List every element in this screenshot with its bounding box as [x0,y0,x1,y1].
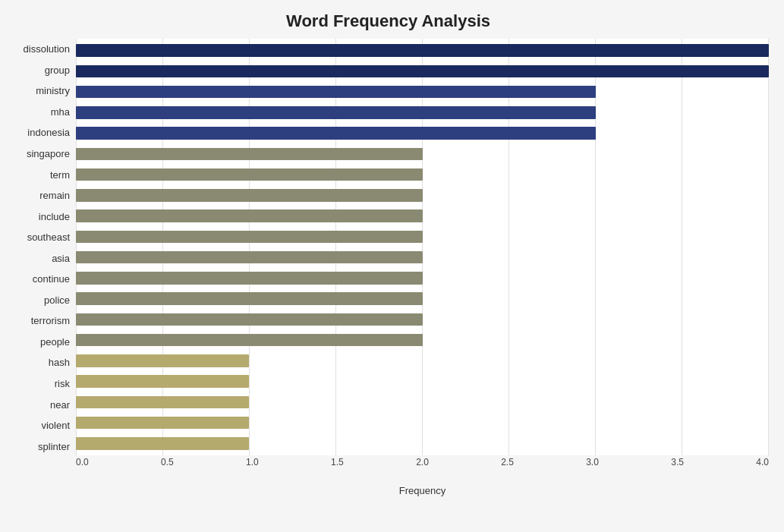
bar-row [76,40,769,61]
bar [76,148,423,160]
bar [76,272,423,284]
bar [76,375,249,387]
bar-row [76,433,769,454]
y-axis-label: singapore [27,149,70,159]
bar [76,396,249,408]
y-axis-label: terrorism [31,316,70,326]
bar [76,189,423,201]
bar [76,127,596,139]
chart-area: dissolutiongroupministrymhaindonesiasing… [8,39,769,480]
x-ticks: 0.00.51.01.52.02.53.03.54.0 [76,457,769,480]
y-axis-label: police [44,295,70,305]
y-axis-label: violent [41,420,70,430]
y-axis-label: continue [33,274,70,284]
y-axis: dissolutiongroupministrymhaindonesiasing… [8,39,76,480]
bar [76,65,769,77]
y-axis-label: ministry [36,86,70,96]
y-axis-label: include [39,212,70,222]
y-axis-label: risk [55,379,70,389]
bar-row [76,288,769,309]
x-tick: 0.5 [161,457,174,480]
y-axis-label: indonesia [27,127,70,137]
bar [76,231,423,243]
bars-container [76,39,769,455]
y-axis-label: dissolution [24,44,70,54]
bar [76,251,423,263]
bar-row [76,61,769,81]
plot-area: 0.00.51.01.52.02.53.03.54.0 Frequency [76,39,769,480]
y-axis-label: asia [52,253,70,263]
bar-row [76,123,769,143]
bar-row [76,413,769,433]
bar-row [76,165,769,185]
y-axis-label: group [45,65,70,75]
bar-row [76,371,769,392]
bar-row [76,392,769,412]
bar-row [76,351,769,371]
bar-row [76,185,769,206]
x-tick: 2.0 [416,457,429,480]
x-tick: 1.0 [246,457,259,480]
x-tick: 2.5 [501,457,514,480]
bar-row [76,102,769,123]
x-tick: 0.0 [76,457,89,480]
y-axis-label: mha [51,107,70,117]
bar-row [76,247,769,268]
bar-row [76,268,769,288]
chart-container: Word Frequency Analysis dissolutiongroup… [0,0,784,532]
y-axis-label: splinter [38,442,70,452]
x-tick: 1.5 [331,457,344,480]
x-axis: 0.00.51.01.52.02.53.03.54.0 Frequency [76,457,769,480]
bar-row [76,143,769,164]
bar [76,86,596,98]
bar [76,417,249,429]
bar-row [76,226,769,247]
chart-title: Word Frequency Analysis [8,8,769,31]
x-tick: 4.0 [756,457,769,480]
y-axis-label: people [40,337,70,347]
bar-row [76,206,769,226]
y-axis-label: near [50,400,70,410]
bar [76,334,423,346]
bar [76,354,249,367]
bar-row [76,330,769,351]
x-axis-label: Frequency [399,485,446,496]
y-axis-label: remain [39,190,70,200]
bar-row [76,309,769,329]
x-tick: 3.5 [671,457,684,480]
bar [76,292,423,304]
y-axis-label: southeast [27,232,70,242]
bar [76,313,423,326]
x-tick: 3.0 [586,457,599,480]
y-axis-label: term [50,170,70,180]
bar [76,106,596,118]
bar [76,44,769,56]
grid-and-bars [76,39,769,455]
bar [76,168,423,181]
bar [76,209,423,222]
bar [76,437,249,449]
y-axis-label: hash [49,357,70,367]
bar-row [76,82,769,102]
